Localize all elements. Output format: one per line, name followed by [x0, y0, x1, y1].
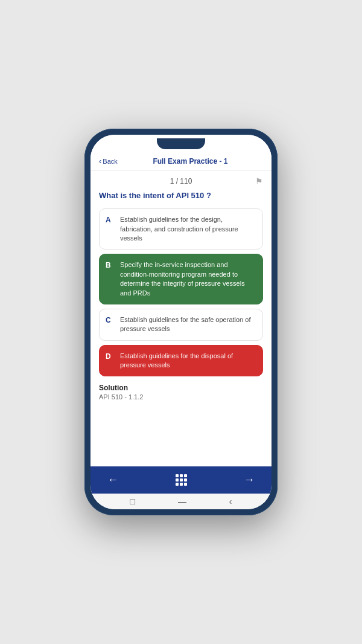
option-c-text: Establish guidelines for the safe operat…: [120, 315, 256, 334]
option-a[interactable]: A Establish guidelines for the design, f…: [99, 208, 263, 250]
phone-screen: ‹ Back Full Exam Practice - 1 1 / 110 ⚑ …: [91, 135, 272, 509]
screen-content: ‹ Back Full Exam Practice - 1 1 / 110 ⚑ …: [91, 152, 272, 509]
option-b-letter: B: [106, 260, 114, 269]
back-label: Back: [103, 158, 117, 165]
back-button[interactable]: ‹ Back: [99, 156, 118, 166]
android-recent-icon[interactable]: ‹: [229, 497, 232, 506]
progress-text: 1 / 110: [170, 177, 192, 185]
grid-menu-button[interactable]: [176, 474, 187, 486]
android-nav-bar: □ — ‹: [91, 494, 272, 509]
options-list: A Establish guidelines for the design, f…: [99, 208, 263, 376]
notch-area: [91, 135, 272, 152]
option-b[interactable]: B Specify the in-service inspection and …: [99, 254, 263, 304]
phone-frame: ‹ Back Full Exam Practice - 1 1 / 110 ⚑ …: [84, 129, 278, 515]
option-a-letter: A: [106, 215, 114, 224]
option-c-letter: C: [106, 315, 114, 324]
option-c[interactable]: C Establish guidelines for the safe oper…: [99, 309, 263, 341]
solution-section: Solution API 510 - 1.1.2: [99, 381, 263, 401]
solution-label: Solution: [99, 384, 263, 392]
main-content: 1 / 110 ⚑ What is the intent of API 510 …: [91, 171, 272, 466]
prev-button[interactable]: ←: [103, 472, 123, 488]
header-title: Full Exam Practice - 1: [118, 157, 263, 166]
solution-reference: API 510 - 1.1.2: [99, 393, 263, 401]
option-d[interactable]: D Establish guidelines for the disposal …: [99, 345, 263, 377]
back-chevron-icon: ‹: [99, 156, 101, 166]
option-a-text: Establish guidelines for the design, fab…: [120, 215, 256, 243]
app-header: ‹ Back Full Exam Practice - 1: [91, 152, 272, 171]
option-b-text: Specify the in-service inspection and co…: [120, 260, 256, 298]
option-d-text: Establish guidelines for the disposal of…: [120, 352, 256, 370]
next-button[interactable]: →: [239, 472, 259, 488]
progress-row: 1 / 110 ⚑: [99, 177, 263, 185]
notch: [157, 138, 205, 149]
option-d-letter: D: [106, 352, 114, 361]
android-home-icon[interactable]: —: [178, 497, 186, 506]
flag-icon[interactable]: ⚑: [255, 176, 263, 186]
android-back-icon[interactable]: □: [130, 497, 135, 506]
bottom-navigation: ← →: [91, 466, 272, 494]
question-text: What is the intent of API 510 ?: [99, 190, 263, 201]
